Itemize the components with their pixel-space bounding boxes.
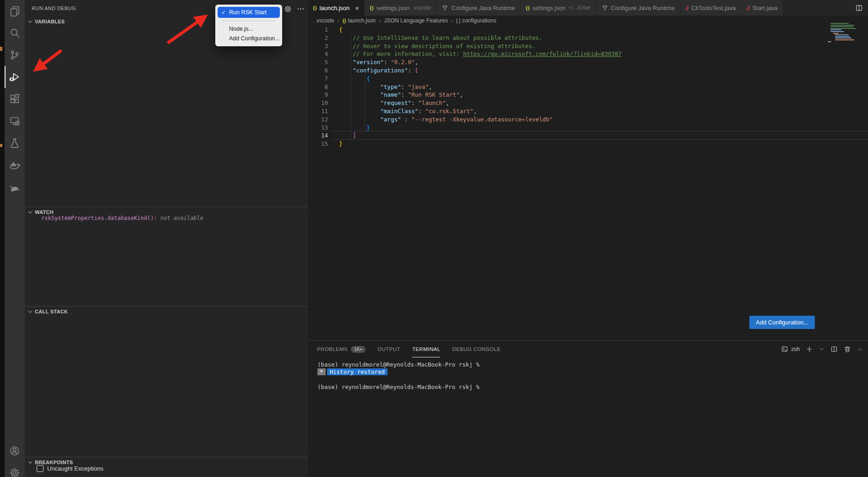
terminal-shell-selector[interactable]: zsh — [781, 345, 800, 353]
activity-bar-item-gradle[interactable] — [5, 176, 25, 198]
activity-bar-item-accounts[interactable] — [5, 440, 25, 462]
watch-expression-row[interactable]: rskSystemProperties.databaseKind(): not … — [41, 215, 203, 221]
editor-tab-start-java[interactable]: JStart.java — [741, 0, 783, 16]
line-number: 8 — [308, 83, 328, 91]
terminal-line: (base) reynoldmorel@Reynolds-MacBook-Pro… — [317, 361, 480, 368]
add-configuration-button[interactable]: Add Configuration... — [749, 316, 815, 329]
section-header-call-stack[interactable]: CALL STACK — [25, 307, 308, 317]
remote-icon — [9, 115, 20, 126]
editor-tab-configure-java-runtime[interactable]: Configure Java Runtime — [437, 0, 520, 16]
sidebar-title: RUN AND DEBUG — [32, 5, 76, 11]
activity-bar-item-explorer[interactable] — [5, 0, 25, 22]
maximize-panel-icon[interactable] — [857, 346, 863, 352]
split-terminal-icon[interactable] — [830, 345, 838, 353]
check-icon: ✓ — [221, 9, 226, 16]
minimap-line — [835, 39, 854, 40]
gear-icon[interactable] — [284, 5, 292, 13]
tab-suffix: ~/.../User — [568, 5, 591, 11]
line-content: { — [339, 26, 343, 34]
breadcrumb-item-launch-json[interactable]: {}launch.json — [343, 17, 376, 24]
run-and-debug-sidebar: RUN AND DEBUG VARIABLES WATCH rskSystemP… — [25, 0, 308, 477]
activity-bar-item-run-and-debug[interactable] — [5, 66, 25, 88]
code-line-12: 12 "args" : "--regtest -Xkeyvalue.dataso… — [308, 115, 868, 124]
account-icon — [9, 445, 20, 456]
menu-item-nodejs[interactable]: Node.js... — [215, 24, 282, 33]
code-lines: 1{2 // Use IntelliSense to learn about p… — [308, 26, 868, 148]
terminal-star-badge: * — [317, 368, 326, 375]
line-number: 9 — [308, 91, 328, 99]
breadcrumb-label: .vscode — [315, 17, 334, 24]
breadcrumb-item-configurations[interactable]: [ ]configurations — [456, 17, 496, 24]
line-number: 6 — [308, 66, 328, 75]
editor-tab-configure-java-runtime[interactable]: Configure Java Runtime — [596, 0, 680, 16]
menu-item-run-rsk-start[interactable]: ✓ Run RSK Start — [218, 7, 280, 18]
new-terminal-icon[interactable] — [806, 345, 813, 353]
background-mark — [0, 47, 2, 51]
terminal-dropdown-chevron-icon[interactable] — [819, 346, 824, 352]
panel-tab-label: DEBUG CONSOLE — [452, 346, 501, 352]
menu-item-add-configuration[interactable]: Add Configuration... — [215, 33, 282, 43]
editor-tab-settings-json[interactable]: {}settings.json.vscode — [365, 0, 437, 16]
array-icon: [ ] — [456, 18, 460, 23]
kill-terminal-icon[interactable] — [844, 345, 851, 353]
line-number: 5 — [308, 58, 328, 66]
activity-bar-item-source-control[interactable] — [5, 44, 25, 66]
breadcrumb-label: configurations — [462, 17, 497, 24]
breadcrumb-item--vscode[interactable]: .vscode — [315, 17, 334, 24]
breakpoint-row: Uncaught Exceptions — [37, 465, 104, 472]
activity-bar-item-remote-explorer[interactable] — [5, 110, 25, 132]
json-file-icon: {} — [370, 5, 374, 11]
line-content: "name": "Run RSK Start", — [339, 91, 463, 99]
panel-tab-problems[interactable]: PROBLEMS1K+ — [317, 341, 366, 357]
files-icon — [9, 5, 20, 16]
activity-bar — [5, 0, 25, 477]
docker-icon — [9, 159, 20, 170]
tab-label: CliToolsTest.java — [691, 5, 736, 11]
breakpoint-label: Uncaught Exceptions — [47, 465, 104, 472]
panel-tab-terminal[interactable]: TERMINAL — [412, 341, 440, 357]
line-content: "mainClass": "co.rsk.Start", — [339, 107, 477, 115]
panel-tab-debug-console[interactable]: DEBUG CONSOLE — [452, 341, 501, 357]
editor-tab-clitoolstest-java[interactable]: JCliToolsTest.java — [680, 0, 741, 16]
code-line-11: 11 "mainClass": "co.rsk.Start", — [308, 107, 868, 115]
activity-bar-top-items — [5, 0, 25, 198]
debug-icon — [9, 71, 20, 82]
minimap-line — [835, 36, 850, 37]
source-control-icon — [9, 49, 20, 60]
more-actions-icon[interactable] — [297, 5, 305, 13]
activity-bar-item-settings[interactable] — [5, 462, 25, 477]
breadcrumb-separator: › — [379, 17, 381, 24]
uncaught-exceptions-checkbox[interactable] — [37, 465, 44, 472]
panel-tab-output[interactable]: OUTPUT — [377, 341, 400, 357]
minimap-line — [833, 33, 839, 34]
close-icon[interactable]: × — [355, 5, 359, 11]
line-number: 13 — [308, 124, 328, 132]
activity-bar-item-extensions[interactable] — [5, 88, 25, 110]
activity-bar-item-docker[interactable] — [5, 154, 25, 176]
split-editor-button[interactable] — [850, 0, 868, 16]
panel-tab-label: TERMINAL — [412, 346, 440, 352]
java-file-icon: J — [685, 5, 688, 11]
editor-tab-bar: {}launch.json×{}settings.json.vscodeConf… — [308, 0, 868, 16]
section-label: BREAKPOINTS — [35, 460, 73, 465]
minimap-line — [830, 26, 853, 27]
line-content: "type": "java", — [339, 83, 432, 91]
breadcrumb-item-json-language-features[interactable]: JSON Language Features — [384, 17, 448, 24]
gear-icon — [9, 467, 20, 477]
panel-tab-bar: PROBLEMS1K+OUTPUTTERMINALDEBUG CONSOLE — [317, 341, 501, 357]
line-content: "version": "0.2.0", — [339, 58, 418, 66]
activity-bar-item-search[interactable] — [5, 22, 25, 44]
terminal-output[interactable]: (base) reynoldmorel@Reynolds-MacBook-Pro… — [317, 361, 480, 391]
code-editor[interactable]: 1{2 // Use IntelliSense to learn about p… — [308, 26, 868, 148]
minimap[interactable] — [826, 23, 856, 43]
editor-tab-launch-json[interactable]: {}launch.json× — [308, 0, 365, 16]
line-content: } — [339, 124, 370, 132]
line-number: 10 — [308, 99, 328, 107]
editor-tab-settings-json[interactable]: {}settings.json~/.../User — [521, 0, 596, 16]
tab-label: Configure Java Runtime — [611, 5, 675, 11]
java-runtime-icon — [442, 5, 448, 11]
split-editor-icon — [855, 4, 863, 12]
run-configuration-menu: ✓ Run RSK Start Node.js... Add Configura… — [215, 5, 282, 46]
activity-bar-item-testing[interactable] — [5, 132, 25, 154]
terminal-line: (base) reynoldmorel@Reynolds-MacBook-Pro… — [317, 384, 480, 391]
